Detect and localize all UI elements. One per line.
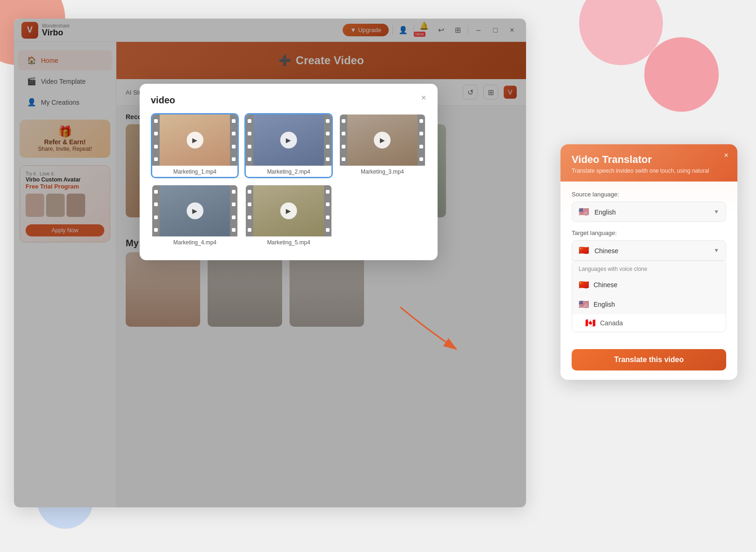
film-strip-left-1: [152, 114, 160, 166]
translator-close-button[interactable]: ×: [721, 150, 732, 161]
video-grid: ▶ Marketing_1.mp4: [151, 113, 426, 249]
video-name-2: Marketing_2.mp4: [246, 166, 331, 177]
film-strip-left-4: [152, 185, 160, 236]
translator-body: Source language: 🇺🇸 English ▼ Target lan…: [560, 182, 737, 380]
video-name-1: Marketing_1.mp4: [152, 166, 237, 177]
dropdown-section-label: Languages with voice clone: [572, 261, 726, 275]
modal-close-button[interactable]: ×: [417, 91, 430, 104]
play-icon-5: ▶: [280, 202, 297, 219]
app-window: V Wondershare Virbo ▼ Upgrade 👤 🔔 NEW ↩ …: [14, 19, 526, 507]
video-thumb-1[interactable]: ▶ Marketing_1.mp4: [151, 113, 239, 178]
video-preview-3: ▶: [347, 114, 418, 166]
translator-panel: × Video Translator Translate speech invi…: [560, 144, 737, 380]
arrow-decoration: [391, 303, 466, 360]
film-strip-left-3: [340, 114, 347, 166]
video-img-3: ▶: [340, 114, 425, 166]
source-lang-select[interactable]: 🇺🇸 English ▼: [572, 202, 726, 222]
film-strip-left-2: [246, 114, 253, 166]
dropdown-subitem-canada[interactable]: 🇨🇦 Canada: [572, 314, 726, 332]
target-flag: 🇨🇳: [579, 246, 589, 255]
source-lang-label: Source language:: [572, 191, 726, 198]
play-icon-3: ▶: [374, 132, 391, 148]
video-img-5: ▶: [246, 185, 331, 236]
play-icon-1: ▶: [187, 132, 203, 148]
film-strip-left-5: [246, 185, 253, 236]
target-lang-label: Target language:: [572, 229, 726, 236]
chinese-flag-icon: 🇨🇳: [579, 280, 589, 290]
english-flag-icon: 🇺🇸: [579, 299, 589, 310]
source-flag: 🇺🇸: [579, 207, 589, 216]
video-preview-5: ▶: [253, 185, 324, 236]
video-modal: video × ▶: [140, 84, 438, 260]
chinese-lang-name: Chinese: [594, 281, 617, 289]
translator-header: × Video Translator Translate speech invi…: [560, 144, 737, 182]
film-strip-right-5: [324, 185, 331, 236]
video-preview-1: ▶: [160, 114, 230, 166]
video-name-5: Marketing_5.mp4: [246, 236, 331, 248]
play-icon-2: ▶: [280, 132, 297, 148]
canada-lang-name: Canada: [600, 319, 623, 327]
video-img-1: ▶: [152, 114, 237, 166]
video-thumb-5[interactable]: ▶ Marketing_5.mp4: [244, 184, 332, 249]
video-preview-4: ▶: [160, 185, 230, 236]
play-icon-4: ▶: [187, 202, 203, 219]
target-lang-display: 🇨🇳 Chinese: [579, 245, 618, 256]
video-preview-2: ▶: [253, 114, 324, 166]
video-img-4: ▶: [152, 185, 237, 236]
video-name-3: Marketing_3.mp4: [340, 166, 425, 177]
film-strip-right-1: [230, 114, 237, 166]
modal-title: video: [151, 95, 426, 106]
video-thumb-2[interactable]: ▶ Marketing_2.mp4: [244, 113, 332, 178]
source-lang-name: English: [594, 209, 616, 216]
film-strip-right-3: [418, 114, 425, 166]
dropdown-item-chinese[interactable]: 🇨🇳 Chinese: [572, 275, 726, 295]
translator-title: Video Translator: [572, 154, 726, 166]
video-thumb-4[interactable]: ▶ Marketing_4.mp4: [151, 184, 239, 249]
film-strip-right-2: [324, 114, 331, 166]
source-chevron-icon: ▼: [714, 209, 719, 215]
film-strip-right-4: [230, 185, 237, 236]
video-name-4: Marketing_4.mp4: [152, 236, 237, 248]
target-lang-dropdown: Languages with voice clone 🇨🇳 Chinese 🇺🇸…: [572, 261, 726, 332]
target-lang-select[interactable]: 🇨🇳 Chinese ▼: [572, 240, 726, 261]
bg-decoration-circle-fr: [644, 37, 719, 112]
source-lang-display: 🇺🇸 English: [579, 207, 616, 217]
translate-button[interactable]: Translate this video: [572, 349, 726, 370]
arrow-svg: [391, 303, 466, 358]
video-thumb-3[interactable]: ▶ Marketing_3.mp4: [338, 113, 426, 178]
target-lang-name: Chinese: [594, 247, 618, 255]
video-img-2: ▶: [246, 114, 331, 166]
target-chevron-icon: ▼: [714, 247, 719, 254]
translator-subtitle: Translate speech invideo swith one touch…: [572, 168, 726, 174]
dropdown-item-english[interactable]: 🇺🇸 English: [572, 295, 726, 314]
english-lang-name: English: [594, 301, 615, 308]
canada-flag-icon: 🇨🇦: [585, 318, 595, 328]
modal-overlay: video × ▶: [14, 19, 526, 507]
